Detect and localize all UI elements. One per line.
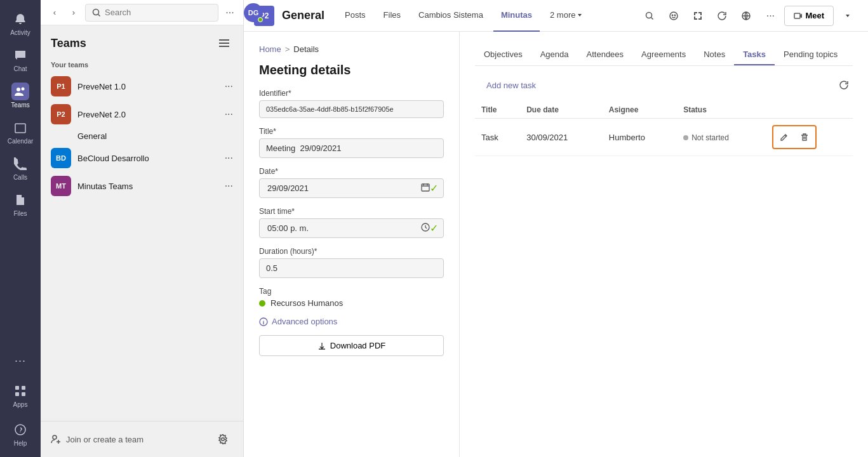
advanced-options-link[interactable]: Advanced options	[259, 317, 444, 326]
tab-pending[interactable]: Pending topics	[775, 44, 846, 65]
sidebar-item-help[interactable]: Help	[11, 416, 29, 452]
team-more-becloud[interactable]: ···	[225, 152, 233, 164]
task-title-cell: Task	[475, 119, 520, 156]
calendar-input-icon[interactable]	[421, 183, 430, 194]
refresh-tasks-icon	[839, 80, 849, 90]
team-item-minutas[interactable]: MT Minutas Teams ···	[41, 172, 243, 200]
search-input[interactable]	[105, 8, 211, 17]
team-avatar-prevenet2: P2	[51, 104, 71, 124]
title-input[interactable]	[259, 138, 444, 158]
channel-more-button[interactable]: ···	[760, 6, 780, 26]
form-panel: Home > Details Meeting details Identifie…	[244, 32, 460, 457]
task-due-date-cell: 30/09/2021	[520, 119, 603, 156]
date-check-icon: ✓	[430, 182, 438, 194]
channel-title: General	[282, 9, 324, 22]
tab-more[interactable]: 2 more	[542, 0, 591, 32]
join-team-button[interactable]: Join or create a team	[51, 434, 144, 444]
duration-input[interactable]	[259, 258, 444, 278]
task-status-cell: Not started	[677, 119, 766, 156]
duration-label: Duration (hours)*	[259, 247, 444, 256]
edit-task-button[interactable]	[775, 128, 794, 147]
search-bar[interactable]	[85, 4, 218, 22]
globe-button[interactable]	[736, 6, 756, 26]
refresh-channel-button[interactable]	[712, 6, 732, 26]
col-assignee: Asignee	[603, 102, 677, 119]
more-options-button[interactable]: ···	[221, 4, 239, 22]
info-icon	[259, 317, 268, 326]
tab-cambios[interactable]: Cambios Sistema	[411, 0, 491, 32]
col-status: Status	[677, 102, 766, 119]
tab-agreements[interactable]: Agreements	[632, 44, 695, 65]
svg-point-13	[646, 12, 652, 18]
team-more-prevenet2[interactable]: ···	[225, 109, 233, 120]
emoji-icon	[669, 11, 679, 21]
meet-dropdown-button[interactable]	[838, 6, 858, 26]
meet-chevron-icon	[845, 13, 851, 19]
date-input-wrapper: ✓	[259, 178, 444, 198]
clock-icon[interactable]	[421, 223, 430, 234]
sidebar-item-chat[interactable]: Chat	[0, 41, 41, 77]
search-channel-button[interactable]	[639, 6, 660, 26]
manage-teams-button[interactable]	[213, 429, 233, 449]
expand-button[interactable]	[688, 6, 708, 26]
sidebar-item-calendar[interactable]: Calendar	[0, 114, 41, 150]
refresh-tasks-button[interactable]	[835, 76, 853, 94]
channel-item-general[interactable]: General	[41, 128, 243, 144]
tab-tasks[interactable]: Tasks	[734, 44, 775, 65]
tab-posts[interactable]: Posts	[337, 0, 373, 32]
task-actions-row: Add new task	[475, 76, 853, 94]
table-row: Task 30/09/2021 Humberto Not started	[475, 119, 853, 156]
apps-icon	[14, 385, 27, 397]
meet-button[interactable]: Meet	[784, 6, 834, 26]
delete-task-button[interactable]	[795, 128, 814, 147]
tab-objectives[interactable]: Objectives	[475, 44, 531, 65]
sidebar-menu-button[interactable]	[215, 34, 233, 52]
video-icon	[794, 11, 803, 20]
team-more-prevenet1[interactable]: ···	[225, 81, 233, 92]
col-due-date: Due date	[520, 102, 603, 119]
download-pdf-button[interactable]: Download PDF	[259, 335, 444, 356]
team-item-prevenet1[interactable]: P1 PreveNet 1.0 ···	[41, 72, 243, 100]
breadcrumb-separator: >	[285, 44, 290, 54]
sidebar-item-activity[interactable]: Activity	[0, 5, 41, 41]
svg-rect-10	[219, 43, 229, 44]
identifier-input[interactable]	[259, 100, 444, 118]
content-area: Home > Details Meeting details Identifie…	[244, 32, 868, 457]
start-time-input[interactable]	[265, 219, 421, 237]
sidebar-header: Teams	[41, 25, 243, 58]
tab-agenda[interactable]: Agenda	[531, 44, 578, 65]
nav-forward-button[interactable]: ›	[65, 4, 83, 22]
nav-back-button[interactable]: ‹	[46, 4, 63, 22]
breadcrumb-current: Details	[293, 44, 319, 54]
svg-rect-11	[219, 46, 229, 47]
svg-point-7	[15, 425, 25, 435]
sidebar-item-teams[interactable]: Teams	[0, 77, 41, 114]
help-icon	[14, 423, 27, 436]
team-item-becloud[interactable]: BD BeCloud Desarrollo ···	[41, 144, 243, 172]
avatar[interactable]: DG	[244, 3, 263, 22]
col-actions	[766, 102, 853, 119]
tab-attendees[interactable]: Attendees	[578, 44, 633, 65]
tab-minutas[interactable]: Minutas	[493, 0, 540, 32]
tab-notes[interactable]: Notes	[695, 44, 734, 65]
team-avatar-minutas: MT	[51, 176, 71, 196]
emoji-button[interactable]	[664, 6, 684, 26]
search-channel-icon	[644, 11, 655, 21]
svg-point-0	[17, 88, 20, 91]
breadcrumb-home[interactable]: Home	[259, 44, 281, 54]
tag-dot	[259, 300, 265, 307]
task-table-header-row: Title Due date Asignee Status	[475, 102, 853, 119]
sidebar-item-calls[interactable]: Calls	[0, 150, 41, 186]
hamburger-icon	[219, 38, 229, 48]
team-more-minutas[interactable]: ···	[225, 180, 233, 192]
left-rail: Activity Chat Teams Calendar	[0, 0, 41, 457]
team-item-prevenet2[interactable]: P2 PreveNet 2.0 ···	[41, 100, 243, 128]
expand-icon	[693, 11, 703, 21]
svg-point-12	[53, 435, 57, 439]
date-input[interactable]	[265, 179, 421, 197]
sidebar-item-more[interactable]: ···	[11, 347, 29, 374]
sidebar-item-apps[interactable]: Apps	[11, 377, 29, 413]
tab-files[interactable]: Files	[376, 0, 408, 32]
sidebar-item-files[interactable]: Files	[0, 186, 41, 222]
add-task-button[interactable]: Add new task	[475, 81, 536, 90]
